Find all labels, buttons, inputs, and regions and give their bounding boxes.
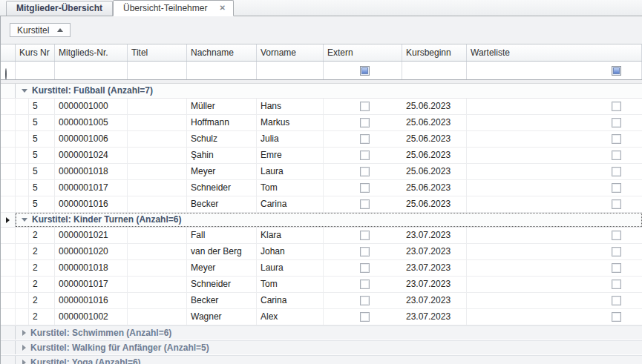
cell-nachname[interactable]: Fall bbox=[187, 228, 257, 243]
cell-warteliste[interactable] bbox=[467, 99, 642, 114]
extern-checkbox[interactable] bbox=[360, 150, 370, 160]
cell-vorname[interactable]: Johan bbox=[257, 244, 324, 259]
cell-extern[interactable] bbox=[324, 148, 402, 163]
cell-nachname[interactable]: Becker bbox=[187, 196, 257, 212]
cell-titel[interactable] bbox=[128, 309, 187, 325]
close-icon[interactable]: ✕ bbox=[219, 4, 225, 12]
column-header-extern[interactable]: Extern bbox=[324, 44, 402, 61]
group-row[interactable]: Kurstitel: Schwimmen (Anzahl=6) bbox=[1, 325, 642, 340]
cell-kurs-nr[interactable]: 5 bbox=[29, 164, 55, 179]
cell-kursbeginn[interactable]: 23.07.2023 bbox=[402, 260, 467, 276]
cell-nachname[interactable]: Şahin bbox=[187, 148, 257, 163]
cell-extern[interactable] bbox=[324, 99, 402, 114]
table-row[interactable]: 5 0000001016 Becker Carina 25.06.2023 bbox=[1, 196, 642, 213]
cell-nachname[interactable]: Schneider bbox=[187, 277, 257, 292]
cell-mitglieds-nr[interactable]: 0000001005 bbox=[55, 115, 128, 130]
cell-extern[interactable] bbox=[324, 277, 402, 292]
warteliste-checkbox[interactable] bbox=[612, 247, 621, 257]
collapse-group-icon[interactable] bbox=[22, 218, 27, 222]
warteliste-checkbox[interactable] bbox=[612, 199, 621, 209]
table-row[interactable]: 5 0000001006 Schulz Julia 25.06.2023 bbox=[1, 131, 642, 148]
cell-vorname[interactable]: Alex bbox=[257, 309, 324, 325]
cell-titel[interactable] bbox=[128, 164, 187, 179]
cell-titel[interactable] bbox=[128, 277, 187, 292]
cell-extern[interactable] bbox=[324, 228, 402, 243]
cell-titel[interactable] bbox=[128, 148, 187, 163]
tab-mitglieder-uebersicht[interactable]: Mitglieder-Übersicht bbox=[6, 1, 113, 16]
table-row[interactable]: 2 0000001018 Meyer Laura 23.07.2023 bbox=[1, 260, 642, 277]
table-row[interactable]: 5 0000001000 Müller Hans 25.06.2023 bbox=[1, 99, 642, 115]
cell-kurs-nr[interactable]: 2 bbox=[29, 293, 55, 308]
cell-warteliste[interactable] bbox=[467, 228, 642, 243]
extern-checkbox[interactable] bbox=[360, 167, 370, 176]
cell-kursbeginn[interactable]: 25.06.2023 bbox=[402, 196, 467, 212]
cell-vorname[interactable]: Klara bbox=[257, 228, 324, 243]
cell-warteliste[interactable] bbox=[467, 277, 642, 292]
cell-kurs-nr[interactable]: 2 bbox=[29, 277, 55, 292]
cell-mitglieds-nr[interactable]: 0000001020 bbox=[55, 244, 128, 259]
group-by-panel[interactable]: Kurstitel bbox=[1, 16, 642, 44]
extern-checkbox[interactable] bbox=[360, 134, 370, 144]
tab-uebersicht-teilnehmer[interactable]: Übersicht-Teilnehmer ✕ bbox=[113, 0, 234, 16]
cell-kursbeginn[interactable]: 23.07.2023 bbox=[402, 244, 467, 259]
cell-nachname[interactable]: Becker bbox=[187, 293, 257, 308]
column-header-titel[interactable]: Titel bbox=[128, 44, 187, 61]
cell-kursbeginn[interactable]: 25.06.2023 bbox=[402, 180, 467, 196]
cell-titel[interactable] bbox=[128, 180, 187, 196]
cell-mitglieds-nr[interactable]: 0000001002 bbox=[55, 309, 128, 325]
extern-checkbox[interactable] bbox=[360, 102, 370, 111]
cell-warteliste[interactable] bbox=[467, 131, 642, 147]
cell-extern[interactable] bbox=[324, 164, 402, 179]
cell-warteliste[interactable] bbox=[467, 180, 642, 196]
cell-extern[interactable] bbox=[324, 293, 402, 308]
expand-group-icon[interactable] bbox=[22, 360, 26, 364]
cell-kursbeginn[interactable]: 25.06.2023 bbox=[402, 99, 467, 114]
cell-nachname[interactable]: Wagner bbox=[187, 309, 257, 325]
table-row[interactable]: 2 0000001016 Becker Carina 23.07.2023 bbox=[1, 293, 642, 309]
table-row[interactable]: 5 0000001017 Schneider Tom 25.06.2023 bbox=[1, 180, 642, 196]
cell-vorname[interactable]: Markus bbox=[257, 115, 324, 130]
cell-kursbeginn[interactable]: 25.06.2023 bbox=[402, 164, 467, 179]
filter-cell-nachname[interactable] bbox=[187, 62, 257, 79]
cell-mitglieds-nr[interactable]: 0000001000 bbox=[55, 99, 128, 114]
cell-vorname[interactable]: Laura bbox=[257, 260, 324, 276]
warteliste-checkbox[interactable] bbox=[612, 118, 621, 128]
cell-extern[interactable] bbox=[324, 180, 402, 196]
cell-extern[interactable] bbox=[324, 244, 402, 259]
warteliste-checkbox[interactable] bbox=[612, 102, 621, 111]
group-row[interactable]: Kurstitel: Yoga (Anzahl=6) bbox=[1, 355, 642, 364]
filter-cell-mitglieds-nr[interactable] bbox=[55, 62, 128, 79]
cell-kurs-nr[interactable]: 2 bbox=[29, 260, 55, 276]
cell-kursbeginn[interactable]: 23.07.2023 bbox=[402, 277, 467, 292]
cell-kursbeginn[interactable]: 23.07.2023 bbox=[402, 293, 467, 308]
cell-mitglieds-nr[interactable]: 0000001016 bbox=[55, 196, 128, 212]
cell-titel[interactable] bbox=[128, 131, 187, 147]
warteliste-checkbox[interactable] bbox=[612, 279, 621, 289]
filter-cell-titel[interactable] bbox=[128, 62, 187, 79]
extern-checkbox[interactable] bbox=[360, 118, 370, 128]
extern-checkbox[interactable] bbox=[360, 183, 370, 193]
cell-titel[interactable] bbox=[128, 244, 187, 259]
cell-mitglieds-nr[interactable]: 0000001016 bbox=[55, 293, 128, 308]
cell-warteliste[interactable] bbox=[467, 244, 642, 259]
cell-warteliste[interactable] bbox=[467, 115, 642, 130]
cell-mitglieds-nr[interactable]: 0000001006 bbox=[55, 131, 128, 147]
warteliste-filter-checkbox[interactable] bbox=[612, 66, 621, 76]
extern-checkbox[interactable] bbox=[360, 312, 370, 322]
cell-kursbeginn[interactable]: 23.07.2023 bbox=[402, 309, 467, 325]
group-row[interactable]: Kurstitel: Fußball (Anzahl=7) bbox=[1, 84, 642, 99]
group-row[interactable]: Kurstitel: Kinder Turnen (Anzahl=6) bbox=[1, 213, 642, 228]
cell-warteliste[interactable] bbox=[467, 293, 642, 308]
filter-cell-vorname[interactable] bbox=[257, 62, 324, 79]
cell-kurs-nr[interactable]: 5 bbox=[29, 131, 55, 147]
cell-kurs-nr[interactable]: 5 bbox=[29, 196, 55, 212]
filter-cell-kurs-nr[interactable] bbox=[16, 62, 55, 79]
column-header-kurs-nr[interactable]: Kurs Nr bbox=[16, 44, 55, 61]
cell-vorname[interactable]: Hans bbox=[257, 99, 324, 114]
cell-extern[interactable] bbox=[324, 115, 402, 130]
cell-kurs-nr[interactable]: 5 bbox=[29, 148, 55, 163]
warteliste-checkbox[interactable] bbox=[612, 296, 621, 305]
cell-nachname[interactable]: Hoffmann bbox=[187, 115, 257, 130]
cell-nachname[interactable]: Meyer bbox=[187, 260, 257, 276]
cell-kurs-nr[interactable]: 5 bbox=[29, 99, 55, 114]
